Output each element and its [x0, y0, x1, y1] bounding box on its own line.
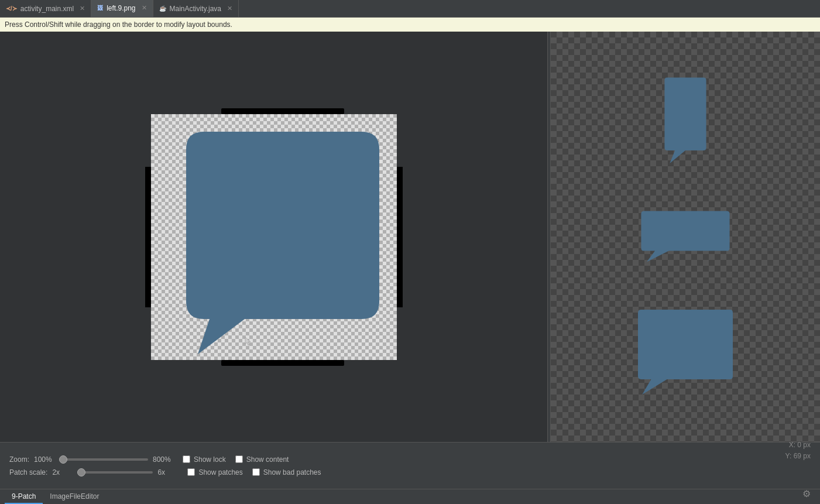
zoom-label: Zoom: [9, 455, 29, 464]
preview-bubble-small [656, 75, 715, 169]
tab-close-activity-main-xml[interactable]: ✕ [80, 5, 85, 12]
png-icon: 🖼 [97, 5, 103, 11]
patch-scale-min-label: 2x [52, 468, 73, 476]
zoom-control: Zoom: 100% 800% [9, 455, 173, 464]
zoom-slider[interactable] [59, 458, 148, 461]
tab-image-file-editor-label: ImageFileEditor [50, 492, 99, 500]
main-area [0, 32, 820, 442]
show-lock-checkbox[interactable] [183, 455, 190, 463]
tab-image-file-editor[interactable]: ImageFileEditor [43, 490, 106, 504]
zoom-slider-container [59, 455, 148, 464]
show-bad-patches-checkbox[interactable] [252, 468, 260, 476]
patch-scale-max-label: 6x [157, 468, 178, 476]
patch-scale-label: Patch scale: [9, 468, 47, 476]
patch-border-right [397, 167, 403, 307]
preview-panel [551, 32, 820, 442]
tab-close-mainactivity-java[interactable]: ✕ [227, 5, 232, 12]
patch-border-top [221, 108, 344, 114]
settings-icon[interactable]: ⚙ [802, 488, 811, 499]
patch-border-left [145, 167, 151, 307]
x-label: X: [789, 441, 795, 449]
patch-image-area [151, 114, 397, 360]
zoom-min-label: 100% [34, 455, 54, 464]
show-content-group[interactable]: Show content [235, 455, 289, 464]
toolbar-row-2: Patch scale: 2x 6x Show patches Show bad… [9, 466, 811, 479]
patch-canvas[interactable] [145, 108, 403, 366]
tab-mainactivity-java[interactable]: ☕ MainActivity.java ✕ [153, 0, 239, 17]
toolbar-controls-wrap: Zoom: 100% 800% Show lock Show content [9, 443, 811, 489]
tab-left9-png[interactable]: 🖼 left.9.png ✕ [91, 0, 153, 17]
show-bad-patches-label: Show bad patches [263, 468, 321, 476]
xml-icon: ≺/≻ [6, 5, 17, 12]
y-value: 69 px [794, 452, 811, 460]
show-patches-group[interactable]: Show patches [187, 468, 242, 476]
show-content-label: Show content [246, 455, 289, 464]
tab-nine-patch-label: 9-Patch [12, 492, 36, 500]
tab-nine-patch[interactable]: 9-Patch [5, 490, 43, 504]
info-bar-message: Press Control/Shift while dragging on th… [5, 20, 232, 29]
y-label: Y: [785, 452, 792, 460]
show-patches-checkbox[interactable] [187, 468, 195, 476]
bottom-tab-bar: 9-Patch ImageFileEditor ⚙ [0, 489, 820, 504]
preview-bubble-medium [636, 208, 735, 266]
editor-cursor [245, 337, 249, 341]
show-lock-label: Show lock [194, 455, 226, 464]
tab-close-left9-png[interactable]: ✕ [142, 4, 147, 12]
patch-scale-slider-container [77, 468, 153, 477]
show-bad-patches-group[interactable]: Show bad patches [252, 468, 321, 476]
bottom-toolbar: Zoom: 100% 800% Show lock Show content [0, 442, 820, 489]
show-patches-label: Show patches [198, 468, 242, 476]
tab-label-left9-png: left.9.png [107, 4, 135, 12]
toolbar-row-1: Zoom: 100% 800% Show lock Show content [9, 453, 811, 466]
tab-activity-main-xml[interactable]: ≺/≻ activity_main.xml ✕ [0, 0, 91, 17]
patch-scale-slider[interactable] [77, 471, 153, 474]
info-bar: Press Control/Shift while dragging on th… [0, 18, 820, 32]
show-content-checkbox[interactable] [235, 455, 243, 463]
tab-label-activity-main-xml: activity_main.xml [20, 5, 74, 13]
patch-scale-control: Patch scale: 2x 6x [9, 468, 178, 477]
speech-bubble-image [151, 114, 397, 360]
x-value: 0 px [797, 441, 811, 449]
zoom-max-label: 800% [153, 455, 173, 464]
java-icon: ☕ [159, 5, 166, 12]
preview-bubble-large [633, 306, 738, 399]
preview-background [551, 32, 820, 442]
tab-bar: ≺/≻ activity_main.xml ✕ 🖼 left.9.png ✕ ☕… [0, 0, 820, 18]
show-lock-group[interactable]: Show lock [183, 455, 226, 464]
editor-panel [0, 32, 547, 442]
y-coord: Y: 69 px [785, 451, 811, 462]
patch-border-bottom [221, 360, 344, 366]
x-coord: X: 0 px [785, 440, 811, 451]
coords-display: X: 0 px Y: 69 px [785, 440, 811, 462]
tab-label-mainactivity-java: MainActivity.java [170, 5, 221, 13]
